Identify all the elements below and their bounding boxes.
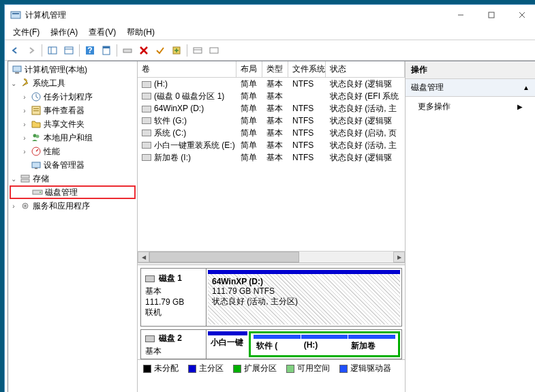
col-status[interactable]: 状态: [326, 61, 405, 77]
volume-row[interactable]: (H:)简单基本NTFS状态良好 (逻辑驱: [138, 78, 405, 90]
more-button[interactable]: [207, 43, 221, 58]
disk-state: 联机: [145, 307, 202, 318]
chevron-right-icon[interactable]: ›: [20, 148, 29, 155]
disk-info: 磁盘 1 基本 111.79 GB 联机: [141, 269, 207, 326]
extended-partition[interactable]: 软件 ( (H:) 新加卷: [249, 331, 400, 357]
svg-rect-26: [33, 110, 39, 111]
col-filesystem[interactable]: 文件系统: [288, 61, 326, 77]
help-button[interactable]: ?: [82, 43, 97, 58]
horizontal-scrollbar[interactable]: ◀ ▶: [138, 251, 405, 262]
refresh-button[interactable]: [169, 43, 184, 58]
col-layout[interactable]: 布局: [236, 61, 262, 77]
drive-icon: [145, 335, 155, 342]
tree-services-apps[interactable]: › 服务和应用程序: [10, 199, 136, 213]
drive-icon: [142, 93, 151, 100]
tree-device-manager[interactable]: 设备管理器: [10, 158, 136, 172]
legend-item: 可用空间: [286, 363, 330, 374]
tree-shared-folders[interactable]: › 共享文件夹: [10, 117, 136, 131]
disk-row-1[interactable]: 磁盘 1 基本 111.79 GB 联机 64WinXP (D:) 111.79…: [140, 268, 402, 327]
actions-subheader[interactable]: 磁盘管理 ▲: [406, 79, 535, 97]
svg-text:?: ?: [87, 46, 92, 55]
tree-root[interactable]: 计算机管理(本地): [10, 63, 136, 76]
partition[interactable]: 64WinXP (D:) 111.79 GB NTFS 状态良好 (活动, 主分…: [208, 270, 400, 325]
drive-icon: [142, 142, 151, 149]
disk-name: 磁盘 2: [159, 333, 182, 344]
scroll-thumb[interactable]: [149, 252, 299, 262]
drive-icon: [142, 106, 151, 112]
clock-icon: [31, 91, 42, 102]
accept-button[interactable]: [153, 43, 168, 58]
volume-row[interactable]: 64WinXP (D:)简单基本NTFS状态良好 (活动, 主: [138, 102, 405, 115]
performance-icon: [31, 146, 42, 157]
back-button[interactable]: [7, 43, 22, 58]
volume-row[interactable]: 新加卷 (I:)简单基本NTFS状态良好 (逻辑驱: [138, 151, 405, 164]
scroll-left-button[interactable]: ◀: [138, 252, 149, 262]
chevron-right-icon[interactable]: ›: [20, 121, 29, 128]
chevron-down-icon[interactable]: ⌄: [10, 80, 18, 87]
menu-file[interactable]: 文件(F): [7, 25, 45, 40]
chevron-right-icon[interactable]: ›: [20, 107, 29, 115]
legend-item: 逻辑驱动器: [339, 363, 391, 374]
menubar: 文件(F) 操作(A) 查看(V) 帮助(H): [5, 25, 535, 40]
tree-local-users[interactable]: › 本地用户和组: [10, 131, 136, 145]
disk-name: 磁盘 1: [159, 273, 182, 284]
maximize-button[interactable]: [476, 5, 506, 25]
chevron-right-icon[interactable]: ›: [10, 202, 18, 210]
volume-row[interactable]: 小白一键重装系统 (E:)简单基本NTFS状态良好 (活动, 主: [138, 139, 405, 151]
tree-performance[interactable]: › 性能: [10, 145, 136, 158]
more-actions[interactable]: 更多操作 ▶: [406, 97, 535, 117]
tree-label: 系统工具: [33, 78, 65, 89]
legend-item: 扩展分区: [233, 363, 277, 374]
col-volume[interactable]: 卷: [138, 61, 236, 77]
svg-point-35: [40, 192, 41, 193]
properties-button[interactable]: [99, 43, 114, 58]
minimize-button[interactable]: [445, 5, 476, 25]
volume-row[interactable]: (磁盘 0 磁盘分区 1)简单基本状态良好 (EFI 系统: [138, 90, 405, 102]
view-list-button[interactable]: [61, 43, 76, 58]
chevron-right-icon[interactable]: ›: [20, 134, 29, 142]
tree-label: 设备管理器: [44, 160, 85, 171]
app-icon: [10, 10, 21, 20]
tree-label: 本地用户和组: [44, 132, 93, 144]
disk-row-2[interactable]: 磁盘 2 基本 小白一键 软件 ( (H:) 新加卷: [140, 329, 402, 359]
svg-rect-25: [33, 108, 39, 109]
collapse-icon: ▲: [523, 84, 530, 91]
volume-row[interactable]: 系统 (C:)简单基本NTFS状态良好 (启动, 页: [138, 127, 405, 139]
tree-storage[interactable]: ⌄ 存储: [10, 172, 136, 185]
legend: 未分配 主分区 扩展分区 可用空间 逻辑驱动器: [138, 359, 405, 377]
svg-rect-32: [21, 175, 29, 178]
menu-help[interactable]: 帮助(H): [121, 25, 160, 40]
computer-management-window: 计算机管理 文件(F) 操作(A) 查看(V) 帮助(H) ?: [4, 4, 535, 392]
tree-system-tools[interactable]: ⌄ 系统工具: [10, 76, 136, 90]
titlebar[interactable]: 计算机管理: [5, 5, 535, 25]
delete-button[interactable]: [136, 43, 151, 58]
partition[interactable]: 新加卷: [348, 335, 395, 354]
drive-icon[interactable]: [120, 43, 135, 58]
volume-row[interactable]: 软件 (G:)简单基本NTFS状态良好 (逻辑驱: [138, 115, 405, 127]
chevron-right-icon[interactable]: ›: [20, 93, 29, 101]
forward-button[interactable]: [24, 43, 39, 58]
center-panel: 卷 布局 类型 文件系统 状态 (H:)简单基本NTFS状态良好 (逻辑驱(磁盘…: [138, 61, 406, 392]
partition[interactable]: (H:): [301, 335, 348, 354]
tree-task-scheduler[interactable]: › 任务计划程序: [10, 90, 136, 104]
close-button[interactable]: [506, 5, 535, 25]
partition[interactable]: 小白一键: [208, 331, 247, 357]
settings-button[interactable]: [190, 43, 205, 58]
scroll-right-button[interactable]: ▶: [393, 252, 405, 262]
menu-view[interactable]: 查看(V): [83, 25, 121, 40]
svg-point-37: [25, 205, 27, 207]
tree-label: 存储: [33, 173, 49, 185]
gear-icon: [20, 200, 31, 211]
tree-label: 共享文件夹: [44, 119, 85, 130]
partition[interactable]: 软件 (: [254, 335, 301, 354]
partition-status: 状态良好 (活动, 主分区): [212, 296, 396, 307]
actions-header: 操作: [406, 61, 535, 79]
navigation-tree: 计算机管理(本地) ⌄ 系统工具 › 任务计划程序 › 事件查看器 › 共享文件…: [8, 61, 138, 392]
menu-action[interactable]: 操作(A): [45, 25, 83, 40]
tree-event-viewer[interactable]: › 事件查看器: [10, 104, 136, 117]
chevron-down-icon[interactable]: ⌄: [10, 175, 18, 183]
svg-rect-31: [35, 168, 37, 169]
view-panes-button[interactable]: [45, 43, 60, 58]
tree-disk-management[interactable]: 磁盘管理: [10, 185, 136, 199]
col-type[interactable]: 类型: [262, 61, 288, 77]
